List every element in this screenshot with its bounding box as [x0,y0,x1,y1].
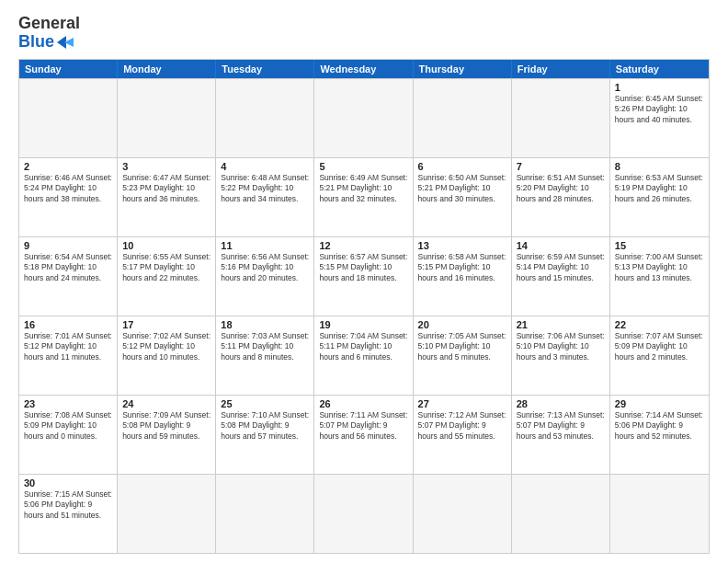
calendar-row-5: 30Sunrise: 7:15 AM Sunset: 5:06 PM Dayli… [19,474,709,553]
day-info: Sunrise: 7:06 AM Sunset: 5:10 PM Dayligh… [517,331,605,362]
day-info: Sunrise: 7:13 AM Sunset: 5:07 PM Dayligh… [517,410,605,442]
day-info: Sunrise: 7:15 AM Sunset: 5:06 PM Dayligh… [24,489,112,521]
logo: General Blue [18,15,80,52]
calendar-cell: 23Sunrise: 7:08 AM Sunset: 5:09 PM Dayli… [19,396,118,474]
day-number: 16 [24,319,112,330]
calendar-cell: 17Sunrise: 7:02 AM Sunset: 5:12 PM Dayli… [118,316,216,395]
calendar-cell: 22Sunrise: 7:07 AM Sunset: 5:09 PM Dayli… [610,316,709,395]
calendar-cell: 24Sunrise: 7:09 AM Sunset: 5:08 PM Dayli… [118,396,216,474]
calendar-cell: 5Sunrise: 6:49 AM Sunset: 5:21 PM Daylig… [314,158,413,236]
day-number: 18 [221,319,309,330]
day-info: Sunrise: 6:46 AM Sunset: 5:24 PM Dayligh… [24,173,112,204]
day-number: 21 [517,319,605,330]
day-number: 17 [122,319,210,330]
day-info: Sunrise: 7:00 AM Sunset: 5:13 PM Dayligh… [615,252,704,283]
day-number: 1 [615,82,704,93]
calendar-cell [414,79,512,157]
day-info: Sunrise: 6:53 AM Sunset: 5:19 PM Dayligh… [615,173,704,204]
day-number: 14 [517,240,605,251]
day-number: 6 [418,161,506,172]
day-number: 3 [122,161,210,172]
calendar-cell: 26Sunrise: 7:11 AM Sunset: 5:07 PM Dayli… [314,396,413,474]
day-info: Sunrise: 6:49 AM Sunset: 5:21 PM Dayligh… [319,173,407,204]
header-day-sunday: Sunday [19,60,118,78]
calendar-body: 1Sunrise: 6:45 AM Sunset: 5:26 PM Daylig… [19,78,709,553]
calendar-cell [610,475,709,553]
logo-triangle-icon [57,36,74,49]
header-day-wednesday: Wednesday [314,60,413,78]
calendar-cell: 25Sunrise: 7:10 AM Sunset: 5:08 PM Dayli… [216,396,314,474]
header-day-friday: Friday [512,60,610,78]
calendar-cell [216,79,314,157]
calendar-cell: 30Sunrise: 7:15 AM Sunset: 5:06 PM Dayli… [19,475,118,553]
calendar-cell: 14Sunrise: 6:59 AM Sunset: 5:14 PM Dayli… [512,237,610,316]
calendar-cell: 10Sunrise: 6:55 AM Sunset: 5:17 PM Dayli… [118,237,216,316]
calendar-cell: 18Sunrise: 7:03 AM Sunset: 5:11 PM Dayli… [216,316,314,395]
calendar-cell: 8Sunrise: 6:53 AM Sunset: 5:19 PM Daylig… [610,158,709,236]
day-number: 20 [418,319,506,330]
day-number: 29 [615,398,704,409]
day-number: 13 [418,240,506,251]
calendar-cell: 1Sunrise: 6:45 AM Sunset: 5:26 PM Daylig… [610,79,709,157]
calendar-cell: 28Sunrise: 7:13 AM Sunset: 5:07 PM Dayli… [512,396,610,474]
day-info: Sunrise: 7:10 AM Sunset: 5:08 PM Dayligh… [221,410,309,442]
logo-text: General Blue [18,15,80,52]
calendar-cell [314,475,413,553]
calendar-header: SundayMondayTuesdayWednesdayThursdayFrid… [19,60,709,78]
calendar-cell: 15Sunrise: 7:00 AM Sunset: 5:13 PM Dayli… [610,237,709,316]
day-info: Sunrise: 7:09 AM Sunset: 5:08 PM Dayligh… [122,410,210,442]
day-number: 2 [24,161,112,172]
calendar: SundayMondayTuesdayWednesdayThursdayFrid… [18,59,710,554]
calendar-cell: 2Sunrise: 6:46 AM Sunset: 5:24 PM Daylig… [19,158,118,236]
day-number: 7 [517,161,605,172]
calendar-row-4: 23Sunrise: 7:08 AM Sunset: 5:09 PM Dayli… [19,395,709,474]
day-info: Sunrise: 6:45 AM Sunset: 5:26 PM Dayligh… [615,94,704,125]
day-number: 19 [319,319,407,330]
calendar-cell [216,475,314,553]
calendar-cell [414,475,512,553]
calendar-cell: 9Sunrise: 6:54 AM Sunset: 5:18 PM Daylig… [19,237,118,316]
calendar-cell: 13Sunrise: 6:58 AM Sunset: 5:15 PM Dayli… [414,237,512,316]
day-info: Sunrise: 6:55 AM Sunset: 5:17 PM Dayligh… [122,252,210,283]
calendar-cell: 27Sunrise: 7:12 AM Sunset: 5:07 PM Dayli… [414,396,512,474]
day-info: Sunrise: 6:54 AM Sunset: 5:18 PM Dayligh… [24,252,112,283]
calendar-cell: 20Sunrise: 7:05 AM Sunset: 5:10 PM Dayli… [414,316,512,395]
calendar-cell [118,79,216,157]
day-info: Sunrise: 7:08 AM Sunset: 5:09 PM Dayligh… [24,410,112,442]
calendar-cell: 3Sunrise: 6:47 AM Sunset: 5:23 PM Daylig… [118,158,216,236]
day-info: Sunrise: 6:56 AM Sunset: 5:16 PM Dayligh… [221,252,309,283]
calendar-cell [512,475,610,553]
day-number: 22 [615,319,704,330]
day-number: 30 [24,477,112,488]
day-info: Sunrise: 7:12 AM Sunset: 5:07 PM Dayligh… [418,410,506,442]
day-info: Sunrise: 7:05 AM Sunset: 5:10 PM Dayligh… [418,331,506,362]
day-number: 4 [221,161,309,172]
calendar-cell [118,475,216,553]
day-info: Sunrise: 6:51 AM Sunset: 5:20 PM Dayligh… [517,173,605,204]
calendar-row-3: 16Sunrise: 7:01 AM Sunset: 5:12 PM Dayli… [19,316,709,395]
day-number: 27 [418,398,506,409]
day-info: Sunrise: 6:59 AM Sunset: 5:14 PM Dayligh… [517,252,605,283]
calendar-cell: 6Sunrise: 6:50 AM Sunset: 5:21 PM Daylig… [414,158,512,236]
day-info: Sunrise: 7:07 AM Sunset: 5:09 PM Dayligh… [615,331,704,362]
calendar-cell: 29Sunrise: 7:14 AM Sunset: 5:06 PM Dayli… [610,396,709,474]
day-number: 9 [24,240,112,251]
day-number: 26 [319,398,407,409]
calendar-cell [314,79,413,157]
header-day-thursday: Thursday [414,60,512,78]
day-number: 11 [221,240,309,251]
calendar-cell: 4Sunrise: 6:48 AM Sunset: 5:22 PM Daylig… [216,158,314,236]
day-number: 23 [24,398,112,409]
day-info: Sunrise: 7:03 AM Sunset: 5:11 PM Dayligh… [221,331,309,362]
day-info: Sunrise: 7:14 AM Sunset: 5:06 PM Dayligh… [615,410,704,442]
day-info: Sunrise: 7:01 AM Sunset: 5:12 PM Dayligh… [24,331,112,362]
calendar-row-0: 1Sunrise: 6:45 AM Sunset: 5:26 PM Daylig… [19,78,709,157]
calendar-cell: 7Sunrise: 6:51 AM Sunset: 5:20 PM Daylig… [512,158,610,236]
day-info: Sunrise: 6:48 AM Sunset: 5:22 PM Dayligh… [221,173,309,204]
calendar-cell: 21Sunrise: 7:06 AM Sunset: 5:10 PM Dayli… [512,316,610,395]
day-number: 28 [517,398,605,409]
day-number: 10 [122,240,210,251]
day-info: Sunrise: 6:50 AM Sunset: 5:21 PM Dayligh… [418,173,506,204]
header-day-tuesday: Tuesday [216,60,314,78]
day-info: Sunrise: 6:47 AM Sunset: 5:23 PM Dayligh… [122,173,210,204]
